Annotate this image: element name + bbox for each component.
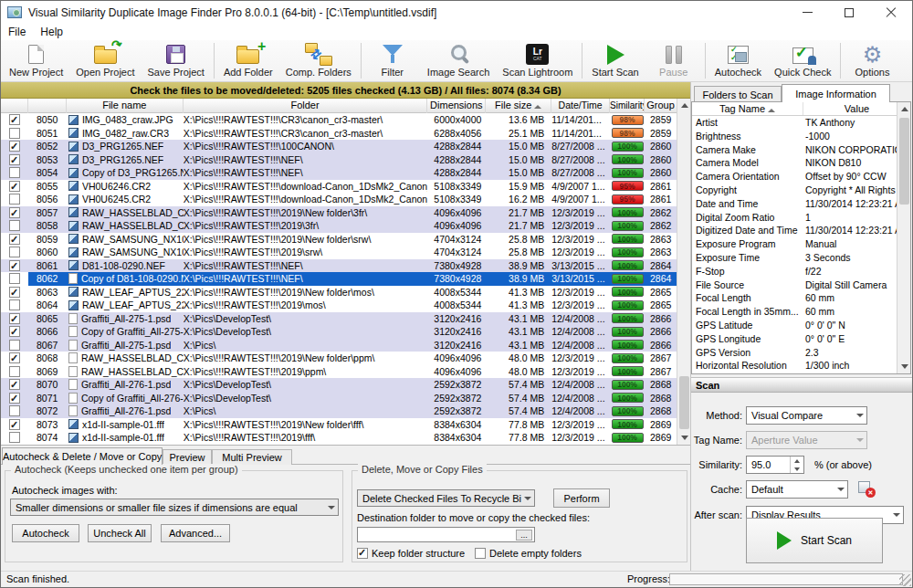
header-similarity[interactable]: Similarity <box>610 99 645 113</box>
table-row[interactable]: 8061D81-108-0290.NEFX:\Pics\!!!RAWTEST!!… <box>1 259 677 273</box>
file-table-scrollbar[interactable] <box>677 99 690 445</box>
info-row[interactable]: CopyrightCopyright * All Rights R... <box>692 184 897 197</box>
table-row[interactable]: 8055VH0U6246.CR2X:\Pics\!!!RAWTEST!!!\do… <box>1 180 677 194</box>
row-checkbox[interactable] <box>1 153 28 167</box>
header-group[interactable]: Group <box>645 99 677 113</box>
resize-grip-icon[interactable] <box>899 574 911 586</box>
close-button[interactable] <box>870 1 912 24</box>
minimize-button[interactable] <box>786 1 828 24</box>
menu-help[interactable]: Help <box>33 26 70 38</box>
header-file-name[interactable]: File name <box>67 99 184 113</box>
tab-image-information[interactable]: Image Information <box>782 84 890 102</box>
row-checkbox[interactable] <box>1 352 28 365</box>
quick-check-button[interactable]: Quick Check <box>768 40 837 81</box>
info-row[interactable]: Camera OrientationOffset by 90° CCW <box>692 170 897 184</box>
table-row[interactable]: 8054Copy of D3_PRG1265.NEFX:\Pics\!!!RAW… <box>1 166 677 180</box>
header-date-time[interactable]: Date/Time <box>551 99 610 113</box>
table-row[interactable]: 8073x1d-II-sample-01.fffX:\Pics\!!!RAWTE… <box>1 418 677 432</box>
perform-button[interactable]: Perform <box>553 488 610 508</box>
info-header-value[interactable]: Value <box>803 102 910 115</box>
info-row[interactable]: Focal Length in 35mm...60 mm <box>692 305 897 319</box>
info-row[interactable]: F-Stopf/22 <box>692 265 897 278</box>
info-row[interactable]: Brightness-1000 <box>692 130 897 143</box>
table-row[interactable]: 8072Graffiti_All-276-1.psdX:\Pics\2592x3… <box>1 404 677 418</box>
table-row[interactable]: 8059RAW_SAMSUNG_NX100.SRWX:\Pics\!!!RAWT… <box>1 233 677 247</box>
options-button[interactable]: ⚙Options <box>844 40 900 81</box>
info-row[interactable]: Exposure ProgramManual <box>692 237 897 251</box>
add-folder-button[interactable]: +Add Folder <box>217 40 279 81</box>
delete-empty-folders-checkbox[interactable]: Delete empty folders <box>475 548 582 559</box>
info-row[interactable]: GPS Latitude0° 0' 0" N <box>692 319 897 332</box>
table-row[interactable]: 8057RAW_HASSELBLAD_CFV.3FRX:\Pics\!!!RAW… <box>1 206 677 220</box>
keep-folder-structure-checkbox[interactable]: Keep folder structure <box>357 548 465 559</box>
row-checkbox[interactable] <box>1 404 28 418</box>
row-checkbox[interactable] <box>1 206 28 220</box>
filter-button[interactable]: Filter <box>364 40 421 81</box>
tab-multi-preview[interactable]: Multi Preview <box>212 449 292 465</box>
row-checkbox[interactable] <box>1 193 28 206</box>
info-row[interactable]: Digitized Date and Time11/30/2014 12:23:… <box>692 224 897 237</box>
row-checkbox[interactable] <box>1 365 28 379</box>
table-row[interactable]: 8070Graffiti_All-276-1.psdX:\Pics\Develo… <box>1 378 677 392</box>
row-checkbox[interactable] <box>1 378 28 392</box>
row-checkbox[interactable] <box>1 113 28 127</box>
table-row[interactable]: 8067Graffiti_All-275-1.psdX:\Pics\3120x2… <box>1 339 677 352</box>
autocheck-toolbar-button[interactable]: Autocheck <box>708 40 768 81</box>
info-row[interactable]: Camera MakeNIKON CORPORATION <box>692 143 897 157</box>
scan-lightroom-button[interactable]: LrCATScan Lightroom <box>496 40 579 81</box>
table-row[interactable]: 8063RAW_LEAF_APTUS_22.MOSX:\Pics\!!!RAWT… <box>1 286 677 299</box>
row-checkbox[interactable] <box>1 259 28 273</box>
row-checkbox[interactable] <box>1 180 28 194</box>
table-row[interactable]: 8068RAW_HASSELBLAD_CFV.PPMX:\Pics\!!!RAW… <box>1 352 677 365</box>
row-checkbox[interactable] <box>1 312 28 326</box>
row-checkbox[interactable] <box>1 166 28 180</box>
table-row[interactable]: 8050IMG_0483_craw.JPGX:\Pics\!!!RAWTEST!… <box>1 113 677 127</box>
autocheck-with-dropdown[interactable]: Smaller dimensions or smaller file sizes… <box>10 499 339 516</box>
table-row[interactable]: 8066Copy of Graffiti_All-275-1.psdX:\Pic… <box>1 325 677 339</box>
table-row[interactable]: 8052D3_PRG1265.NEFX:\Pics\!!!RAWTEST!!!\… <box>1 140 677 153</box>
advanced-button[interactable]: Advanced... <box>161 524 230 542</box>
menu-file[interactable]: File <box>1 26 33 38</box>
info-row[interactable]: Digital Zoom Ratio1 <box>692 211 897 225</box>
table-row[interactable]: 8065Graffiti_All-275-1.psdX:\Pics\Develo… <box>1 312 677 326</box>
info-row[interactable]: GPS Version2.3 <box>692 346 897 360</box>
maximize-button[interactable] <box>828 1 870 24</box>
info-row[interactable]: Exposure Time3 Seconds <box>692 251 897 265</box>
similarity-input[interactable]: 95.0 <box>746 456 804 474</box>
row-checkbox[interactable] <box>1 219 28 233</box>
info-row[interactable]: Horizontal Resolution1/300 inch <box>692 359 897 373</box>
row-checkbox[interactable] <box>1 431 28 445</box>
info-row[interactable]: Date and Time11/30/2014 12:23:21 AM <box>692 197 897 211</box>
image-search-button[interactable]: Image Search <box>421 40 496 81</box>
info-row[interactable]: ArtistTK Anthony <box>692 116 897 130</box>
info-header-tag-name[interactable]: Tag Name <box>692 102 803 115</box>
row-checkbox[interactable] <box>1 299 28 312</box>
table-row[interactable]: 8053D3_PRG1265.NEFX:\Pics\!!!RAWTEST!!!\… <box>1 153 677 167</box>
row-checkbox[interactable] <box>1 418 28 432</box>
row-checkbox[interactable] <box>1 140 28 153</box>
table-row[interactable]: 8056VH0U6245.CR2X:\Pics\!!!RAWTEST!!!\do… <box>1 193 677 206</box>
row-checkbox[interactable] <box>1 392 28 405</box>
clear-cache-icon[interactable] <box>858 481 875 496</box>
row-checkbox[interactable] <box>1 272 28 286</box>
row-checkbox[interactable] <box>1 339 28 352</box>
start-scan-button[interactable]: Start Scan <box>746 518 883 563</box>
table-row[interactable]: 8074x1d-II-sample-01.fffX:\Pics\!!!RAWTE… <box>1 431 677 445</box>
scroll-up-icon[interactable] <box>677 99 691 112</box>
save-project-button[interactable]: Save Project <box>142 40 211 81</box>
start-scan-toolbar-button[interactable]: Start Scan <box>585 40 645 81</box>
uncheck-all-button[interactable]: Uncheck All <box>88 524 152 542</box>
tab-autocheck-delete[interactable]: Autocheck & Delete / Move or Copy <box>2 447 163 465</box>
open-project-button[interactable]: ↷Open Project <box>69 40 141 81</box>
info-row[interactable]: Focal Length60 mm <box>692 291 897 305</box>
tab-preview[interactable]: Preview <box>163 449 212 465</box>
table-row[interactable]: 8069RAW_HASSELBLAD_CFV.PPMX:\Pics\!!!RAW… <box>1 365 677 379</box>
header-file-size[interactable]: File size <box>486 99 551 113</box>
scroll-down-icon[interactable] <box>897 360 911 373</box>
destination-input[interactable]: ... <box>357 527 535 542</box>
new-project-button[interactable]: New Project <box>3 40 69 81</box>
info-row[interactable]: Camera ModelNIKON D810 <box>692 156 897 170</box>
table-row[interactable]: 8060RAW_SAMSUNG_NX100.SRWX:\Pics\!!!RAWT… <box>1 246 677 259</box>
info-row[interactable]: File SourceDigital Still Camera <box>692 278 897 292</box>
cache-dropdown[interactable]: Default <box>746 480 848 499</box>
